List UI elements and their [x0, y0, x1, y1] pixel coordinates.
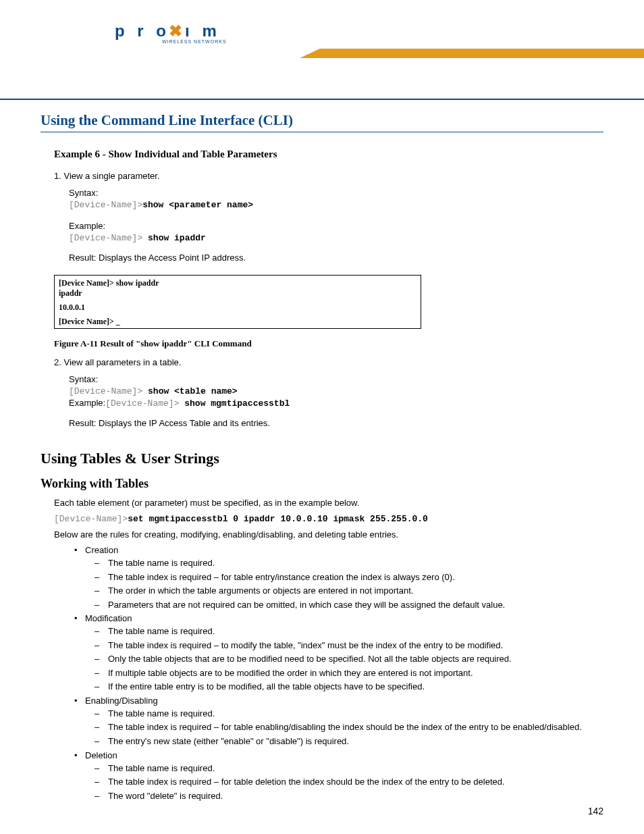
- list-item: The table index is required – for table …: [85, 571, 603, 583]
- cli-prompt: [Device-Name]>: [105, 398, 184, 409]
- heading-working-tables: Working with Tables: [41, 477, 603, 491]
- cli-command: show mgmtipaccesstbl: [184, 398, 290, 409]
- list-item: The table name is required.: [85, 762, 603, 775]
- terminal-line: [Device Name]> show ipaddr: [59, 278, 417, 288]
- list-item: The table name is required.: [85, 708, 603, 720]
- list-item: Only the table objects that are to be mo…: [85, 653, 603, 665]
- header-rule: [0, 99, 644, 100]
- logo-tagline: WIRELESS NETWORKS: [162, 39, 227, 44]
- list-item: The table index is required – for table …: [85, 721, 603, 733]
- cli-command: set mgmtipaccesstbl 0 ipaddr 10.0.0.10 i…: [128, 514, 428, 524]
- list-item: If the entire table entry is to be modif…: [85, 681, 603, 693]
- logo-letter: m: [202, 22, 220, 41]
- cli-prompt: [Device-Name]>: [69, 386, 148, 396]
- cli-command: show <parameter name>: [142, 200, 253, 210]
- heading-tables-user-strings: Using Tables & User Strings: [41, 450, 603, 467]
- list-item: The table name is required.: [85, 625, 603, 637]
- result-text: Result: Displays the IP Access Table and…: [69, 418, 603, 428]
- page-number: 142: [588, 806, 603, 816]
- example-label-inline: Example:: [69, 398, 105, 408]
- step-1: 1. View a single parameter.: [54, 171, 603, 181]
- page-header: p r o ✖ ı m WIRELESS NETWORKS: [41, 20, 603, 61]
- list-item: If multiple table objects are to be modi…: [85, 667, 603, 679]
- step-2: 2. View all parameters in a table.: [54, 357, 603, 367]
- logo-letter: p: [115, 22, 129, 41]
- syntax-label: Syntax:: [69, 374, 603, 384]
- proxim-logo: p r o ✖ ı m WIRELESS NETWORKS: [115, 22, 227, 44]
- result-text: Result: Displays the Access Point IP add…: [69, 253, 603, 263]
- cli-prompt: [Device-Name]>: [69, 200, 142, 210]
- logo-x-icon: ✖: [169, 22, 186, 41]
- cli-command: show ipaddr: [148, 233, 206, 243]
- header-accent-bar: [320, 49, 644, 58]
- syntax-label: Syntax:: [69, 188, 603, 198]
- list-item: The entry's new state (either "enable" o…: [85, 735, 603, 748]
- cli-prompt: [Device-Name]>: [69, 233, 148, 243]
- rule-deletion: Deletion The table name is required. The…: [54, 750, 603, 802]
- cli-prompt: [Device-Name]>: [54, 514, 128, 524]
- terminal-line: [Device Name]> _: [59, 317, 417, 327]
- rule-title: Modification: [85, 613, 132, 623]
- list-item: The order in which the table arguments o…: [85, 585, 603, 597]
- terminal-output: [Device Name]> show ipaddr ipaddr 10.0.0…: [54, 275, 421, 329]
- rule-modification: Modification The table name is required.…: [54, 613, 603, 693]
- logo-letter: r: [137, 22, 147, 41]
- rule-enabling: Enabling/Disabling The table name is req…: [54, 696, 603, 748]
- rules-list: Creation The table name is required. The…: [54, 545, 603, 802]
- rule-title: Enabling/Disabling: [85, 696, 158, 706]
- list-item: The table index is required – to modify …: [85, 640, 603, 652]
- paragraph: Each table element (or parameter) must b…: [54, 498, 603, 508]
- cli-command: show <table name>: [148, 386, 238, 396]
- paragraph: Below are the rules for creating, modify…: [54, 529, 603, 540]
- terminal-line: 10.0.0.1: [59, 303, 417, 313]
- example-heading: Example 6 - Show Individual and Table Pa…: [54, 149, 603, 160]
- rule-title: Deletion: [85, 750, 117, 760]
- rule-creation: Creation The table name is required. The…: [54, 545, 603, 610]
- figure-caption: Figure A-11 Result of "show ipaddr" CLI …: [54, 338, 603, 349]
- terminal-line: ipaddr: [59, 288, 417, 298]
- list-item: The table index is required – for table …: [85, 776, 603, 788]
- example-label: Example:: [69, 221, 603, 231]
- list-item: Parameters that are not required can be …: [85, 599, 603, 611]
- rule-title: Creation: [85, 545, 118, 555]
- logo-letter: ı: [185, 22, 194, 41]
- list-item: The word "delete" is required.: [85, 790, 603, 802]
- section-title: Using the Command Line Interface (CLI): [41, 112, 603, 132]
- list-item: The table name is required.: [85, 557, 603, 569]
- logo-letter: o: [156, 22, 170, 41]
